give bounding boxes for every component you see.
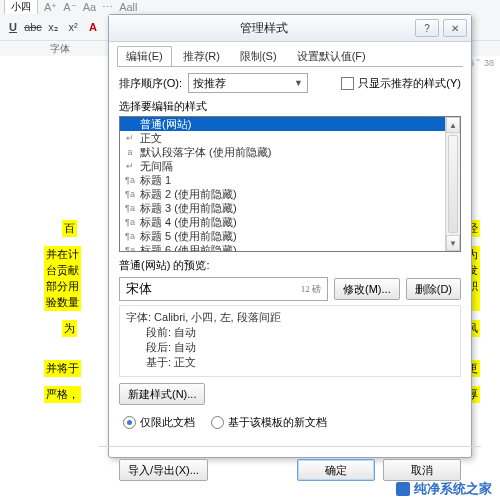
style-name: 普通(网站)	[140, 117, 191, 132]
more-icon[interactable]: ⋯	[102, 1, 113, 14]
font-size-selector[interactable]: 小四	[4, 0, 38, 15]
underline-icon[interactable]: U	[4, 18, 22, 36]
change-case-icon[interactable]: Aa	[83, 1, 96, 13]
preview-box: 宋体 12 磅	[119, 277, 328, 301]
tab-restrict[interactable]: 限制(S)	[231, 46, 286, 66]
show-recommended-label: 只显示推荐的样式(Y)	[358, 76, 461, 91]
tab-recommend[interactable]: 推荐(R)	[174, 46, 229, 66]
dialog-body: 排序顺序(O): 按推荐 ▼ 只显示推荐的样式(Y) 选择要编辑的样式 普通(网…	[109, 67, 471, 438]
desc-line: 字体: Calibri, 小四, 左, 段落间距	[126, 310, 454, 325]
style-list-item[interactable]: ¶a标题 1	[120, 173, 446, 187]
desc-line: 段前: 自动	[126, 325, 454, 340]
ribbon-group-font: 字体	[50, 42, 70, 56]
font-color-icon[interactable]: A	[84, 18, 102, 36]
dialog-tabs: 编辑(E) 推荐(R) 限制(S) 设置默认值(F)	[109, 42, 471, 66]
scrollbar[interactable]: ▲ ▼	[445, 117, 460, 251]
tab-defaults[interactable]: 设置默认值(F)	[288, 46, 375, 66]
doc-text: 验数量	[44, 294, 81, 311]
scroll-down-icon[interactable]: ▼	[446, 235, 460, 251]
list-glyph-icon: ↵	[124, 133, 136, 143]
preview-label: 普通(网站) 的预览:	[119, 258, 461, 273]
new-style-button[interactable]: 新建样式(N)...	[119, 383, 205, 405]
style-name: 无间隔	[140, 159, 173, 174]
scroll-thumb[interactable]	[448, 135, 458, 233]
list-glyph-icon: ¶a	[124, 245, 136, 251]
show-recommended-checkbox[interactable]: 只显示推荐的样式(Y)	[341, 76, 461, 91]
style-list-item[interactable]: ↵正文	[120, 131, 446, 145]
doc-text: 并在计	[44, 246, 81, 263]
superscript-icon[interactable]: x²	[64, 18, 82, 36]
style-list-item[interactable]: ¶a标题 3 (使用前隐藏)	[120, 201, 446, 215]
scroll-up-icon[interactable]: ▲	[446, 117, 460, 133]
list-glyph-icon: ¶a	[124, 231, 136, 241]
doc-text: 严格，	[44, 386, 81, 403]
list-glyph-icon: ¶a	[124, 175, 136, 185]
style-name: 标题 4 (使用前隐藏)	[140, 215, 237, 230]
style-name: 标题 2 (使用前隐藏)	[140, 187, 237, 202]
manage-styles-dialog: 管理样式 ? ✕ 编辑(E) 推荐(R) 限制(S) 设置默认值(F) 排序顺序…	[108, 14, 472, 458]
watermark: 纯净系统之家	[396, 480, 492, 498]
style-list-item[interactable]: ↵无间隔	[120, 159, 446, 173]
strike-icon[interactable]: abc	[24, 18, 42, 36]
modify-button[interactable]: 修改(M)...	[334, 278, 400, 300]
cancel-button[interactable]: 取消	[383, 459, 461, 481]
sort-order-label: 排序顺序(O):	[119, 76, 182, 91]
grow-font-icon[interactable]: A⁺	[44, 1, 57, 14]
dialog-titlebar[interactable]: 管理样式 ? ✕	[109, 15, 471, 42]
scope-this-doc-label: 仅限此文档	[140, 415, 195, 430]
watermark-icon	[396, 482, 410, 496]
doc-text: 并将于	[44, 360, 81, 377]
style-list-item[interactable]: 普通(网站)	[120, 117, 446, 131]
screenshot-canvas: 小四 A⁺ A⁻ Aa ⋯ Aall U abc x₂ x² A 字体 · · …	[0, 0, 500, 504]
style-description: 字体: Calibri, 小四, 左, 段落间距 段前: 自动 段后: 自动 基…	[119, 305, 461, 377]
shrink-font-icon[interactable]: A⁻	[63, 1, 76, 14]
import-export-button[interactable]: 导入/导出(X)...	[119, 459, 208, 481]
ribbon-row-1: 小四 A⁺ A⁻ Aa ⋯ Aall	[0, 0, 500, 15]
scope-template-radio[interactable]: 基于该模板的新文档	[211, 415, 327, 430]
style-name: 标题 1	[140, 173, 171, 188]
list-glyph-icon: ¶a	[124, 217, 136, 227]
list-glyph-icon: a	[124, 147, 136, 157]
radio-on-icon	[123, 416, 136, 429]
desc-line: 基于: 正文	[126, 355, 454, 370]
style-list-item[interactable]: ¶a标题 4 (使用前隐藏)	[120, 215, 446, 229]
chevron-down-icon: ▼	[294, 78, 303, 88]
style-name: 标题 5 (使用前隐藏)	[140, 229, 237, 244]
preview-font-name: 宋体	[126, 280, 152, 298]
subscript-icon[interactable]: x₂	[44, 18, 62, 36]
doc-text: 百	[62, 220, 77, 237]
style-name: 标题 6 (使用前隐藏)	[140, 243, 237, 252]
delete-button[interactable]: 删除(D)	[406, 278, 461, 300]
dialog-title: 管理样式	[113, 20, 415, 37]
watermark-text: 纯净系统之家	[414, 480, 492, 498]
tab-edit[interactable]: 编辑(E)	[117, 46, 172, 66]
checkbox-icon	[341, 77, 354, 90]
doc-text: 台贡献	[44, 262, 81, 279]
radio-off-icon	[211, 416, 224, 429]
close-icon[interactable]: ✕	[443, 19, 467, 37]
sort-order-value: 按推荐	[193, 76, 226, 91]
ok-button[interactable]: 确定	[297, 459, 375, 481]
style-list-item[interactable]: a默认段落字体 (使用前隐藏)	[120, 145, 446, 159]
desc-line: 段后: 自动	[126, 340, 454, 355]
style-list-label: 选择要编辑的样式	[119, 99, 461, 114]
list-glyph-icon: ↵	[124, 161, 136, 171]
doc-text: 部分用	[44, 278, 81, 295]
style-list-item[interactable]: ¶a标题 5 (使用前隐藏)	[120, 229, 446, 243]
style-list-item[interactable]: ¶a标题 6 (使用前隐藏)	[120, 243, 446, 251]
style-name: 标题 3 (使用前隐藏)	[140, 201, 237, 216]
style-list-item[interactable]: ¶a标题 2 (使用前隐藏)	[120, 187, 446, 201]
list-glyph-icon: ¶a	[124, 203, 136, 213]
style-preview-icon: Aall	[119, 1, 137, 13]
sort-order-select[interactable]: 按推荐 ▼	[188, 73, 308, 93]
doc-text: 为	[62, 320, 77, 337]
style-name: 默认段落字体 (使用前隐藏)	[140, 145, 271, 160]
style-name: 正文	[140, 131, 162, 146]
preview-size: 12 磅	[301, 283, 321, 296]
list-glyph-icon: ¶a	[124, 189, 136, 199]
scope-template-label: 基于该模板的新文档	[228, 415, 327, 430]
style-list[interactable]: 普通(网站)↵正文a默认段落字体 (使用前隐藏)↵无间隔¶a标题 1¶a标题 2…	[119, 116, 461, 252]
help-icon[interactable]: ?	[415, 19, 439, 37]
scope-this-doc-radio[interactable]: 仅限此文档	[123, 415, 195, 430]
